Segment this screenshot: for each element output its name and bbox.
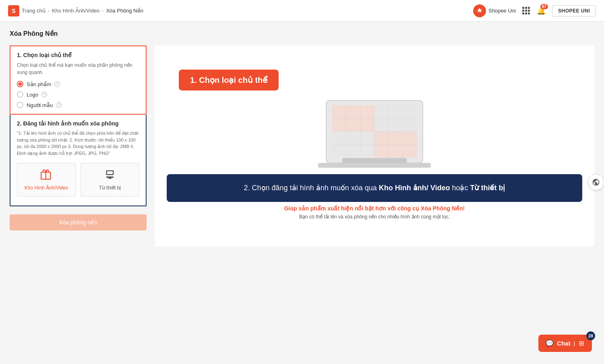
radio-san-pham-label: Sản phẩm	[27, 81, 51, 87]
breadcrumb-sep1: ›	[48, 8, 50, 14]
upload-buttons-group: Kho Hình Ảnh/Video Từ thiết bị	[17, 163, 139, 197]
radio-san-pham[interactable]: Sản phẩm ?	[17, 81, 139, 87]
breadcrumb-sep2: ›	[102, 8, 103, 14]
svg-rect-5	[374, 132, 417, 158]
breadcrumb-home[interactable]: Trang chủ	[22, 8, 46, 14]
submit-area: Xóa phông nền	[10, 214, 147, 230]
radio-logo-circle	[17, 91, 23, 98]
radio-nguoi-mau-circle	[17, 102, 23, 108]
section2-box: 2. Đăng tải hình ảnh muốn xóa phông "1. …	[10, 115, 147, 206]
page-title: Xóa Phông Nền	[10, 30, 594, 37]
header-right: Shopee Uni 🔔 87 SHOPEE UNI	[473, 4, 596, 17]
media-library-icon	[41, 169, 52, 183]
logo-help-icon[interactable]: ?	[41, 92, 47, 97]
section2-desc: "1. Tải lên hình ảnh có chủ thể đã chọn …	[17, 130, 139, 156]
radio-nguoi-mau[interactable]: Người mẫu ?	[17, 102, 139, 108]
device-icon	[104, 169, 116, 183]
apps-icon[interactable]	[522, 7, 530, 15]
promo-section: Giúp sản phẩm xuất hiện nổi bật hơn với …	[284, 205, 465, 220]
section1-desc: Chọn loại chủ thể mà bạn muốn xóa phần p…	[17, 62, 139, 76]
left-panel: 1. Chọn loại chủ thể Chọn loại chủ thể m…	[10, 45, 147, 230]
section2-title: 2. Đăng tải hình ảnh muốn xóa phông	[17, 120, 139, 127]
radio-logo[interactable]: Logo ?	[17, 91, 139, 98]
page-body: Xóa Phông Nền 1. Chọn loại chủ thể Chọn …	[0, 22, 604, 255]
promo-sub-text: Bạn có thể tải lên và xóa phông nền cho …	[284, 214, 465, 220]
svg-rect-15	[342, 158, 407, 163]
shopee-logo[interactable]: S	[8, 5, 19, 16]
upload-from-device-button[interactable]: Từ thiết bị	[81, 163, 139, 197]
shopee-uni-link[interactable]: Shopee Uni	[473, 4, 516, 17]
svg-rect-3	[374, 105, 417, 132]
main-layout: 1. Chọn loại chủ thể Chọn loại chủ thể m…	[10, 45, 594, 247]
notifications-badge: 87	[540, 4, 548, 9]
shopee-uni-label: Shopee Uni	[488, 8, 516, 14]
radio-logo-label: Logo	[27, 92, 38, 98]
svg-rect-2	[332, 105, 374, 132]
submit-button[interactable]: Xóa phông nền	[10, 214, 147, 230]
upload-from-media-button[interactable]: Kho Hình Ảnh/Video	[17, 163, 76, 197]
notifications-button[interactable]: 🔔 87	[537, 6, 546, 15]
header: S Trang chủ › Kho Hình Ảnh/Video › Xóa P…	[0, 0, 604, 22]
tooltip-bubble-1: 1. Chọn loại chủ thể	[179, 70, 279, 90]
section1-title: 1. Chọn loại chủ thể	[17, 52, 139, 58]
san-pham-help-icon[interactable]: ?	[54, 81, 60, 87]
laptop-illustration	[310, 93, 439, 173]
radio-san-pham-circle	[17, 81, 23, 87]
nguoi-mau-help-icon[interactable]: ?	[56, 102, 62, 108]
section1-box: 1. Chọn loại chủ thể Chọn loại chủ thể m…	[10, 45, 147, 115]
support-button[interactable]	[588, 174, 604, 190]
svg-rect-14	[318, 163, 431, 168]
breadcrumb-media[interactable]: Kho Hình Ảnh/Video	[52, 8, 99, 14]
svg-rect-4	[332, 132, 374, 158]
header-left: S Trang chủ › Kho Hình Ảnh/Video › Xóa P…	[8, 5, 143, 16]
radio-nguoi-mau-label: Người mẫu	[27, 102, 53, 108]
media-library-label: Kho Hình Ảnh/Video	[25, 185, 68, 191]
breadcrumb-current: Xóa Phông Nền	[106, 8, 143, 14]
shopee-uni-badge	[473, 4, 486, 17]
device-label: Từ thiết bị	[99, 185, 121, 191]
promo-main-text: Giúp sản phẩm xuất hiện nổi bật hơn với …	[284, 205, 465, 212]
tooltip-bubble-2: 2. Chọn đăng tải hình ảnh muốn xóa qua K…	[167, 174, 582, 202]
right-panel: 1. Chọn loại chủ thể	[155, 45, 594, 247]
user-profile-button[interactable]: SHOPEE UNI	[552, 5, 596, 16]
subject-type-group: Sản phẩm ? Logo ? Người mẫu ?	[17, 81, 139, 108]
